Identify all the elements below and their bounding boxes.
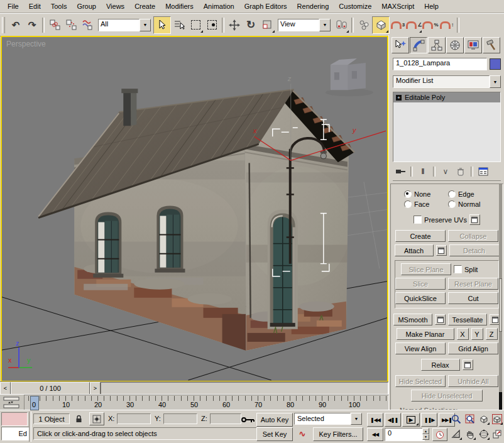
make-planar-button[interactable]: Make Planar	[397, 328, 454, 340]
split-checkbox[interactable]	[454, 265, 462, 273]
percent-snap-toggle-icon[interactable]: %	[422, 17, 439, 33]
msmooth-button[interactable]: MSmooth	[393, 314, 432, 325]
play-icon[interactable]: ▶	[402, 413, 420, 427]
view-align-button[interactable]: View Align	[395, 342, 446, 354]
create-button[interactable]: Create	[395, 230, 446, 242]
chevron-down-icon[interactable]: ▼	[351, 413, 362, 425]
zoom-extents-all-icon[interactable]	[491, 413, 503, 425]
menu-edit[interactable]: Edit	[24, 1, 46, 11]
undo-icon[interactable]: ↶	[8, 17, 24, 33]
pin-stack-icon[interactable]	[393, 165, 408, 178]
select-and-move-icon[interactable]	[226, 17, 243, 33]
menu-maxscript[interactable]: MAXScript	[376, 1, 419, 11]
set-key-button[interactable]: Set Key	[256, 427, 293, 441]
absolute-mode-icon[interactable]	[89, 412, 104, 425]
modifier-list-value[interactable]: Modifier List	[393, 75, 490, 88]
mini-curve-editor-button[interactable]	[3, 397, 21, 410]
panel-scrollbar[interactable]	[499, 184, 502, 410]
auto-key-button[interactable]: Auto Key	[256, 413, 293, 427]
min-max-toggle-icon[interactable]	[491, 428, 503, 440]
pan-icon[interactable]	[464, 428, 476, 440]
go-to-start-icon[interactable]: ❚◀◀	[367, 413, 383, 427]
menu-animation[interactable]: Animation	[199, 1, 239, 11]
menu-group[interactable]: Group	[72, 1, 101, 11]
key-filters-button[interactable]: Key Filters...	[313, 427, 363, 441]
chevron-down-icon[interactable]: ▼	[319, 19, 331, 31]
coordinate-system-value[interactable]: View	[278, 19, 319, 31]
modifier-list-dropdown[interactable]: Modifier List ▼	[393, 75, 501, 88]
stack-item-editable-poly[interactable]: + Editable Poly	[393, 92, 500, 102]
track-bar-ruler[interactable]: 0 10 20 30 40 50 60 70 80 90 100	[24, 395, 389, 411]
key-mode-toggle-icon[interactable]: ◀◀	[367, 428, 383, 441]
modifier-stack[interactable]: + Editable Poly	[393, 92, 501, 162]
hide-unselected-button[interactable]: Hide Unselected	[411, 390, 483, 402]
tab-motion-icon[interactable]	[446, 37, 464, 53]
toolbar-grip[interactable]	[2, 17, 5, 33]
select-and-scale-icon[interactable]	[259, 17, 275, 33]
zoom-extents-icon[interactable]	[478, 413, 490, 425]
viewport-label[interactable]: Perspective	[6, 40, 46, 48]
msmooth-settings-button[interactable]	[435, 314, 446, 325]
time-slider-thumb[interactable]: 0 / 100	[11, 382, 90, 395]
show-end-result-icon[interactable]: ‖	[415, 165, 430, 178]
quickslice-button[interactable]: QuickSlice	[395, 292, 446, 304]
select-and-manipulate-icon[interactable]	[356, 17, 372, 33]
unlink-selection-icon[interactable]	[63, 17, 79, 33]
perspective-viewport[interactable]: x y z x y z Perspective	[1, 36, 388, 382]
redo-icon[interactable]: ↷	[24, 17, 40, 33]
frame-spinner[interactable]: ▲▼	[422, 428, 429, 440]
time-configuration-icon[interactable]	[432, 428, 447, 441]
selection-lock-icon[interactable]	[73, 413, 84, 424]
remove-modifier-icon[interactable]	[453, 165, 468, 178]
selection-filter-dropdown[interactable]: All ▼	[98, 19, 151, 31]
menu-file[interactable]: File	[3, 1, 24, 11]
tab-modify-icon[interactable]	[410, 37, 427, 53]
previous-frame-icon[interactable]: ◀❚❚	[385, 413, 401, 427]
expand-icon[interactable]: +	[396, 95, 402, 101]
preserve-uvs-settings-button[interactable]	[469, 214, 480, 225]
spinner-snap-toggle-icon[interactable]: ↕	[439, 17, 455, 33]
rectangular-selection-region-icon[interactable]	[187, 17, 204, 33]
object-name-field[interactable]: 1_0128_Lampara	[393, 58, 487, 70]
zoom-all-icon[interactable]	[464, 413, 476, 425]
relax-settings-button[interactable]	[463, 359, 473, 370]
menu-tools[interactable]: Tools	[46, 1, 72, 11]
bind-to-space-warp-icon[interactable]	[79, 17, 96, 33]
window-left-1[interactable]	[93, 212, 123, 278]
configure-modifier-sets-icon[interactable]	[476, 165, 491, 178]
use-pivot-point-center-icon[interactable]	[333, 17, 349, 33]
menu-modifiers[interactable]: Modifiers	[160, 1, 199, 11]
time-slider-track[interactable]	[101, 382, 388, 395]
grid-align-button[interactable]: Grid Align	[448, 342, 498, 354]
chevron-down-icon[interactable]: ▼	[490, 75, 501, 88]
window-crossing-toggle-icon[interactable]	[204, 17, 220, 33]
tessellate-button[interactable]: Tessellate	[448, 314, 487, 325]
zoom-icon[interactable]	[450, 413, 463, 425]
y-coord-field[interactable]	[163, 413, 197, 424]
tab-hierarchy-icon[interactable]	[428, 37, 446, 53]
detach-button[interactable]: Detach	[449, 244, 500, 256]
field-of-view-icon[interactable]	[450, 428, 463, 440]
select-and-link-icon[interactable]	[47, 17, 63, 33]
menu-create[interactable]: Create	[129, 1, 160, 11]
snap-3d-icon[interactable]: 3	[390, 17, 406, 33]
menu-views[interactable]: Views	[101, 1, 129, 11]
collapse-button[interactable]: Collapse	[448, 230, 498, 242]
relax-button[interactable]: Relax	[421, 359, 460, 371]
default-tangents-icon[interactable]: ∿	[295, 428, 309, 440]
constraint-normal-radio[interactable]	[448, 200, 456, 208]
planar-z-button[interactable]: Z	[486, 328, 498, 340]
current-frame-field[interactable]: 0	[385, 428, 425, 441]
chevron-down-icon[interactable]: ▼	[140, 19, 151, 31]
hide-selected-button[interactable]: Hide Selected	[395, 375, 446, 387]
z-coord-field[interactable]	[210, 413, 241, 424]
keyboard-shortcut-override-icon[interactable]	[241, 415, 255, 424]
snaps-toggle-icon[interactable]	[372, 16, 390, 34]
constraint-none-radio[interactable]	[404, 190, 412, 198]
menu-customize[interactable]: Customize	[334, 1, 376, 11]
tab-utilities-icon[interactable]	[483, 37, 500, 53]
make-unique-icon[interactable]: ∨	[438, 165, 453, 178]
select-and-rotate-icon[interactable]: ↻	[243, 17, 259, 33]
cut-button[interactable]: Cut	[448, 292, 498, 304]
angle-snap-toggle-icon[interactable]: ∠	[406, 17, 422, 33]
